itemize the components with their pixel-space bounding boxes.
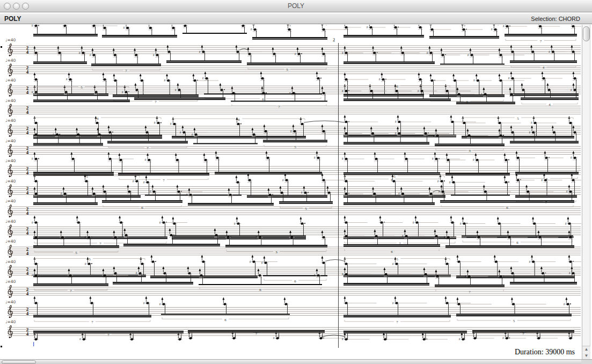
tuplet-number: 4 [549, 103, 551, 107]
staff-3[interactable]: ♩=4024♯♯7♯6♯♯3♯ [5, 71, 581, 104]
svg-text:♯: ♯ [491, 27, 493, 32]
tuplet-number: 7 [70, 289, 72, 293]
tempo-marking: ♩=40 [5, 319, 16, 324]
svg-text:♯: ♯ [123, 26, 125, 30]
svg-text:♯: ♯ [392, 301, 394, 305]
svg-text:♯: ♯ [342, 157, 343, 161]
svg-text:♯: ♯ [234, 222, 236, 226]
tuplet-number: 6 [391, 250, 393, 254]
svg-text:♯: ♯ [392, 262, 394, 266]
staff-11[interactable]: ♩=4024♯5♯♯3♯6♯♯ [5, 228, 581, 258]
scroll-up-arrow[interactable]: ▲ [582, 346, 590, 352]
svg-text:♯: ♯ [159, 221, 161, 225]
svg-text:♯: ♯ [32, 221, 33, 225]
svg-text:♯: ♯ [32, 273, 33, 278]
svg-text:♯: ♯ [502, 336, 504, 340]
tempo-marking: ♩=40 [5, 98, 16, 103]
tuplet-number: 6 [506, 206, 508, 210]
tuplet-number: 7 [155, 100, 157, 104]
staff-6[interactable]: ♩=4024♯♯7♯♯5♯♯3♯ [5, 125, 581, 157]
staff-1[interactable]: ♩=4024♯♯6♯5♯♯5♯7 [5, 25, 581, 56]
svg-text:4: 4 [26, 311, 29, 316]
tuplet-number: 7 [125, 69, 127, 73]
scrollbar-corner [581, 359, 592, 364]
tempo-marking: ♩=40 [5, 239, 16, 244]
tuplet-number: 6 [294, 279, 296, 283]
system-marker [1, 46, 2, 48]
svg-text:♯: ♯ [508, 76, 510, 81]
svg-text:♯: ♯ [402, 234, 404, 238]
svg-text:♯: ♯ [571, 156, 572, 160]
svg-text:♯: ♯ [394, 132, 396, 136]
svg-text:♯: ♯ [150, 190, 151, 194]
svg-text:♯: ♯ [379, 77, 381, 82]
tuplet-number: 3 [275, 250, 277, 254]
svg-text:♯: ♯ [136, 271, 137, 275]
svg-text:♯: ♯ [481, 92, 483, 97]
svg-text:4: 4 [26, 210, 29, 216]
svg-text:♯: ♯ [459, 337, 461, 341]
svg-text:♯: ♯ [170, 122, 172, 126]
svg-text:♯: ♯ [79, 51, 81, 55]
svg-text:♯: ♯ [418, 89, 419, 93]
system-marker [1, 346, 2, 347]
svg-text:♯: ♯ [153, 53, 155, 57]
staff-7[interactable]: ♩=4024♯♯7♯♯♯6♯♯5 [5, 151, 581, 183]
svg-text:♯: ♯ [122, 90, 123, 94]
staff-12[interactable]: ♩=4024♯5♯♯6♯5♯ [5, 255, 581, 283]
svg-text:♯: ♯ [289, 91, 291, 96]
svg-text:4: 4 [26, 331, 29, 337]
vertical-scrollbar-thumb[interactable] [583, 26, 590, 41]
score-area[interactable]: ♩=4024♯♯6♯5♯♯5♯7♩=4024♯♯♯7♯♯5♯♯♯♯4♩=4024… [0, 25, 581, 359]
svg-text:♯: ♯ [53, 133, 54, 137]
tuplet-number: 7 [522, 332, 524, 336]
tuplet-number: 7 [163, 178, 165, 183]
tuplet-number: 7 [469, 290, 471, 294]
svg-text:4: 4 [26, 271, 29, 276]
tuplet-number: 3 [469, 149, 471, 153]
svg-text:4: 4 [26, 69, 29, 75]
poly-window: POLY POLY Selection: CHORD ♩=4024♯♯6♯5♯♯… [0, 0, 592, 364]
staff-9[interactable]: ♩=4024♯♯6♯♯5♯♯♯6 [5, 185, 581, 217]
tuplet-number: 7 [540, 39, 542, 43]
measure-number: 2 [333, 37, 335, 42]
scroll-down-arrow[interactable]: ▼ [582, 353, 590, 359]
tuplet-number: 6 [396, 84, 398, 89]
svg-text:♯: ♯ [449, 180, 451, 185]
editor-title: POLY [4, 15, 21, 23]
svg-text:♯: ♯ [433, 134, 435, 138]
tempo-marking: ♩=40 [5, 199, 16, 203]
selection-mode-label: Selection: CHORD [531, 16, 580, 22]
horizontal-scrollbar-thumb[interactable] [2, 360, 36, 364]
svg-text:4: 4 [26, 170, 29, 176]
tuplet-number: 5 [463, 25, 465, 27]
svg-text:♯: ♯ [398, 192, 400, 196]
tuplet-number: 7 [255, 332, 258, 336]
svg-text:♯: ♯ [273, 336, 275, 340]
tuplet-number: 5 [294, 145, 296, 149]
svg-text:♯: ♯ [133, 179, 134, 184]
svg-text:♯: ♯ [295, 52, 296, 56]
svg-text:♯: ♯ [549, 50, 550, 54]
svg-text:♯: ♯ [565, 222, 567, 226]
svg-text:♯: ♯ [342, 89, 343, 93]
tempo-marking: ♩=40 [5, 139, 16, 143]
svg-text:♯: ♯ [144, 158, 146, 162]
tuplet-number: 5 [517, 117, 519, 121]
svg-text:♯: ♯ [251, 27, 252, 32]
tuplet-number: 5 [305, 207, 307, 211]
svg-text:♯: ♯ [444, 235, 445, 239]
svg-text:♯: ♯ [529, 130, 530, 135]
svg-text:♯: ♯ [261, 261, 263, 265]
tuplet-number: 7 [396, 320, 398, 324]
horizontal-scrollbar[interactable] [0, 359, 581, 364]
tuplet-number: 7 [399, 242, 401, 246]
svg-text:4: 4 [26, 130, 29, 135]
svg-text:♯: ♯ [473, 158, 474, 162]
staff-14[interactable]: ♩=4024♯7♯6♯7♯5 [5, 296, 581, 325]
vertical-scrollbar[interactable]: ▲ ▼ [582, 25, 590, 359]
svg-text:♯: ♯ [143, 301, 145, 305]
tuplet-number: 5 [81, 85, 83, 90]
score-canvas[interactable]: ♩=4024♯♯6♯5♯♯5♯7♩=4024♯♯♯7♯♯5♯♯♯♯4♩=4024… [0, 25, 581, 359]
svg-text:♯: ♯ [432, 157, 434, 161]
